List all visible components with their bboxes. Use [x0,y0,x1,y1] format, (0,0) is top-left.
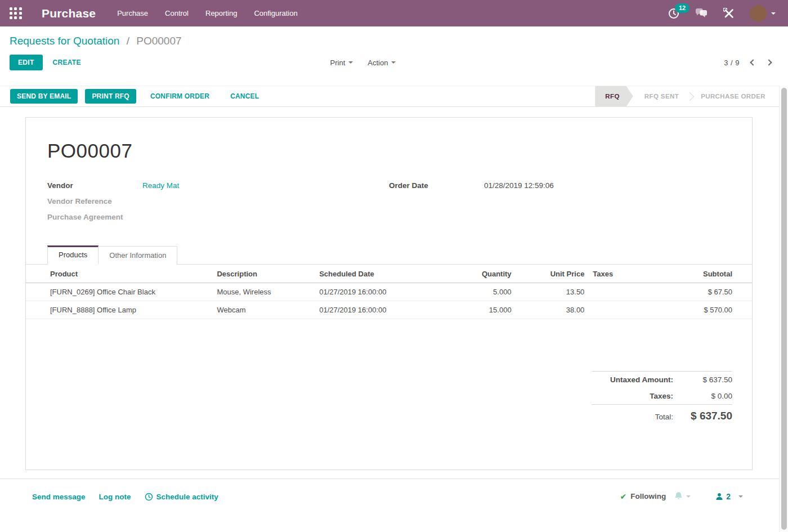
vendor-value-link[interactable]: Ready Mat [142,181,179,190]
col-product: Product [26,265,217,283]
vendor-label: Vendor [47,181,142,190]
pager-next-icon[interactable] [765,59,772,65]
main-menu: Purchase Control Reporting Configuration [117,9,298,17]
order-date-value: 01/28/2019 12:59:06 [484,181,554,190]
status-pipeline: RFQ RFQ SENT PURCHASE ORDER [595,86,777,106]
table-row[interactable]: [FURN_8888] Office Lamp Webcam 01/27/201… [26,301,752,319]
user-menu-caret-icon [771,12,776,15]
user-menu[interactable] [750,5,776,22]
subscription-bell-dropdown[interactable] [674,491,691,501]
activities-clock-icon[interactable]: 12 [668,8,679,19]
cell-quantity: 5.000 [433,283,512,301]
breadcrumb-parent-link[interactable]: Requests for Quotation [10,35,119,47]
col-unit-price: Unit Price [512,265,585,283]
order-lines-table: Product Description Scheduled Date Quant… [26,265,752,319]
cell-taxes [584,283,635,301]
apps-menu-icon[interactable] [9,7,23,20]
taxes-label: Taxes: [650,392,673,400]
cancel-button[interactable]: CANCEL [223,89,266,104]
menu-purchase[interactable]: Purchase [117,9,148,17]
col-taxes: Taxes [584,265,635,283]
action-caret-icon [391,61,396,64]
user-avatar[interactable] [750,5,767,22]
cell-taxes [584,301,635,319]
cell-subtotal: $ 570.00 [635,301,752,319]
print-caret-icon [348,61,353,64]
pager-value[interactable]: 3 / 9 [724,59,740,67]
cell-scheduled-date: 01/27/2019 16:00:00 [319,301,433,319]
wrench-icon [723,8,735,19]
send-message-button[interactable]: Send message [32,493,86,501]
purchase-agreement-label: Purchase Agreement [47,213,142,221]
edit-button[interactable]: EDIT [10,55,43,70]
schedule-activity-button[interactable]: Schedule activity [145,493,218,501]
menu-control[interactable]: Control [165,9,189,17]
followers-count: 2 [726,492,731,501]
stage-rfq[interactable]: RFQ [595,86,633,106]
taxes-value: $ 0.00 [673,392,732,400]
statusbar: SEND BY EMAIL PRINT RFQ CONFIRM ORDER CA… [0,86,788,107]
action-dropdown[interactable]: Action [368,59,396,67]
form-sheet: PO00007 Vendor Ready Mat Vendor Referenc… [25,117,753,470]
follower-person-icon [715,493,723,500]
send-by-email-button[interactable]: SEND BY EMAIL [10,89,78,104]
breadcrumb-separator: / [127,35,129,47]
tab-other-information[interactable]: Other Information [98,246,177,265]
schedule-clock-icon [145,493,153,501]
followers-caret-icon [738,495,743,498]
bell-caret-icon [686,495,691,498]
vendor-reference-label: Vendor Reference [47,197,142,205]
navbar-systray: 12 [668,5,776,22]
menu-configuration[interactable]: Configuration [254,9,297,17]
col-subtotal: Subtotal [635,265,752,283]
record-title: PO00007 [47,140,752,162]
action-dropdown-label: Action [368,59,388,67]
untaxed-amount-value: $ 637.50 [673,375,732,384]
chat-bubbles-icon [695,8,708,19]
print-dropdown-label: Print [330,59,346,67]
bell-icon [674,491,683,501]
table-row[interactable]: [FURN_0269] Office Chair Black Mouse, Wi… [26,283,752,301]
menu-reporting[interactable]: Reporting [205,9,237,17]
scrollbar-thumb[interactable] [781,88,787,530]
untaxed-amount-label: Untaxed Amount: [610,375,673,384]
tab-products[interactable]: Products [47,245,98,265]
log-note-button[interactable]: Log note [99,493,131,501]
following-label: Following [630,492,666,500]
schedule-activity-label: Schedule activity [156,493,218,501]
notebook-tabs: Products Other Information [26,245,752,265]
cell-description: Webcam [217,301,319,319]
col-quantity: Quantity [433,265,512,283]
cell-scheduled-date: 01/27/2019 16:00:00 [319,283,433,301]
total-label: Total: [655,413,673,421]
chatter: Send message Log note Schedule activity … [0,479,788,532]
pager-previous-icon[interactable] [750,59,756,65]
breadcrumb: Requests for Quotation / PO00007 [10,34,771,48]
form-view: PO00007 Vendor Ready Mat Vendor Referenc… [0,107,788,479]
messages-icon[interactable] [695,8,708,19]
top-navbar: Purchase Purchase Control Reporting Conf… [0,0,788,26]
print-dropdown[interactable]: Print [330,59,353,67]
following-toggle[interactable]: ✔ Following [620,492,666,501]
odoo-app-window: Purchase Purchase Control Reporting Conf… [0,0,788,532]
followers-dropdown[interactable]: 2 [715,492,743,501]
cell-unit-price: 38.00 [512,301,585,319]
table-header-row: Product Description Scheduled Date Quant… [26,265,752,283]
total-value: $ 637.50 [673,410,732,422]
support-tools-icon[interactable] [723,8,735,19]
control-panel: Requests for Quotation / PO00007 EDIT CR… [0,26,788,86]
cell-quantity: 15.000 [433,301,512,319]
cell-description: Mouse, Wireless [217,283,319,301]
breadcrumb-current: PO00007 [136,35,181,47]
field-group: Vendor Ready Mat Vendor Reference Purcha… [26,177,752,225]
cell-unit-price: 13.50 [512,283,585,301]
print-rfq-button[interactable]: PRINT RFQ [85,89,136,104]
stage-purchase-order[interactable]: PURCHASE ORDER [690,86,777,106]
cell-subtotal: $ 67.50 [635,283,752,301]
cell-product: [FURN_8888] Office Lamp [26,301,217,319]
confirm-order-button[interactable]: CONFIRM ORDER [144,89,216,104]
col-scheduled-date: Scheduled Date [319,265,433,283]
stage-rfq-sent[interactable]: RFQ SENT [633,86,690,106]
vertical-scrollbar [779,86,788,532]
activity-count-badge: 12 [675,3,690,13]
